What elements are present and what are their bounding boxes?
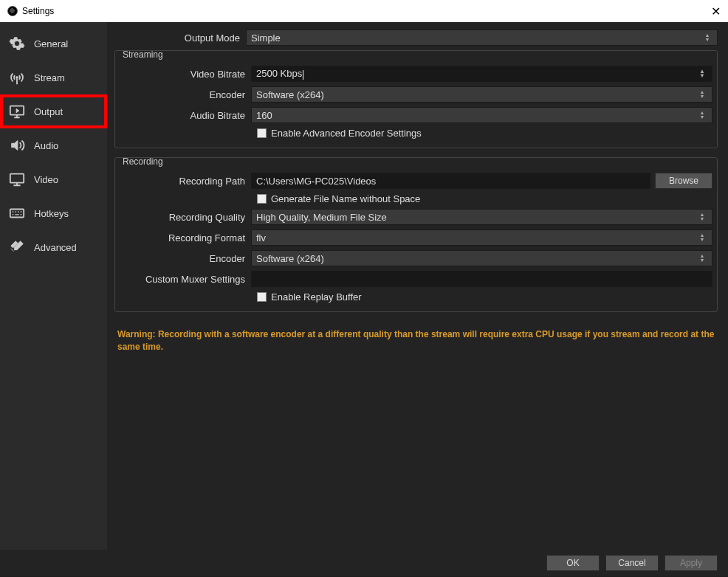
- chevron-updown-icon: ▲▼: [697, 233, 707, 242]
- chevron-updown-icon: ▲▼: [697, 213, 707, 221]
- audio-bitrate-select[interactable]: 160 ▲▼: [251, 107, 712, 123]
- recording-quality-label: Recording Quality: [120, 212, 251, 223]
- svg-rect-3: [10, 210, 24, 218]
- gen-filename-checkbox[interactable]: [257, 194, 267, 204]
- video-bitrate-input[interactable]: 2500 Kbps ▲▼: [251, 66, 712, 82]
- streaming-encoder-select[interactable]: Software (x264) ▲▼: [251, 86, 712, 103]
- recording-format-label: Recording Format: [120, 232, 251, 243]
- gear-icon: [7, 35, 27, 52]
- ok-button[interactable]: OK: [546, 555, 600, 571]
- streaming-legend: Streaming: [120, 49, 166, 60]
- window-title: Settings: [22, 6, 54, 16]
- sidebar-item-stream[interactable]: Stream: [0, 61, 107, 94]
- output-mode-label: Output Mode: [114, 32, 246, 44]
- recording-format-select[interactable]: flv ▲▼: [251, 229, 712, 246]
- sidebar-item-label: Audio: [34, 140, 58, 151]
- chevron-updown-icon: ▲▼: [697, 254, 707, 263]
- recording-encoder-select[interactable]: Software (x264) ▲▼: [251, 250, 712, 266]
- antenna-icon: [7, 69, 27, 86]
- custom-muxer-input[interactable]: [251, 271, 712, 287]
- main-panel: Output Mode Simple ▲▼ Streaming Video Bi…: [107, 22, 728, 550]
- advanced-encoder-label: Enable Advanced Encoder Settings: [271, 128, 422, 139]
- output-mode-select[interactable]: Simple ▲▼: [246, 30, 718, 46]
- sidebar-item-advanced[interactable]: Advanced: [0, 230, 107, 264]
- svg-point-0: [16, 77, 18, 79]
- sidebar: General Stream Output Audio Video: [0, 22, 107, 550]
- advanced-encoder-checkbox[interactable]: [257, 128, 267, 138]
- replay-buffer-label: Enable Replay Buffer: [271, 291, 362, 303]
- custom-muxer-label: Custom Muxer Settings: [120, 274, 251, 285]
- cancel-button[interactable]: Cancel: [605, 555, 659, 571]
- sidebar-item-output[interactable]: Output: [0, 94, 107, 128]
- spinner-icon[interactable]: ▲▼: [697, 69, 707, 78]
- recording-path-input[interactable]: C:\Users\MG-PC025\Videos: [251, 173, 650, 189]
- sidebar-item-video[interactable]: Video: [0, 162, 107, 196]
- keyboard-icon: [7, 205, 27, 221]
- chevron-updown-icon: ▲▼: [697, 90, 707, 99]
- chevron-updown-icon: ▲▼: [697, 111, 707, 120]
- titlebar: Settings ✕: [0, 0, 728, 22]
- sidebar-item-label: Output: [34, 106, 63, 117]
- speaker-icon: [7, 137, 27, 153]
- apply-button[interactable]: Apply: [665, 555, 718, 571]
- sidebar-item-label: Advanced: [34, 242, 77, 253]
- footer: OK Cancel Apply: [0, 550, 728, 576]
- audio-bitrate-label: Audio Bitrate: [120, 110, 251, 121]
- recording-legend: Recording: [120, 156, 166, 167]
- streaming-group: Streaming Video Bitrate 2500 Kbps ▲▼ Enc…: [114, 50, 718, 148]
- sidebar-item-label: General: [34, 38, 68, 49]
- sidebar-item-hotkeys[interactable]: Hotkeys: [0, 196, 107, 230]
- monitor-icon: [7, 171, 27, 187]
- sidebar-item-audio[interactable]: Audio: [0, 128, 107, 162]
- sidebar-item-label: Stream: [34, 72, 65, 83]
- replay-buffer-checkbox[interactable]: [257, 292, 267, 302]
- gen-filename-label: Generate File Name without Space: [271, 193, 420, 204]
- chevron-updown-icon: ▲▼: [702, 33, 712, 42]
- tools-icon: [7, 239, 27, 255]
- sidebar-item-general[interactable]: General: [0, 27, 107, 61]
- recording-group: Recording Recording Path C:\Users\MG-PC0…: [114, 157, 718, 312]
- browse-button[interactable]: Browse: [655, 173, 712, 189]
- streaming-encoder-label: Encoder: [120, 89, 251, 100]
- output-icon: [7, 103, 27, 120]
- video-bitrate-label: Video Bitrate: [120, 69, 251, 80]
- svg-rect-2: [10, 174, 24, 183]
- obs-logo-icon: [7, 6, 18, 16]
- recording-quality-select[interactable]: High Quality, Medium File Size ▲▼: [251, 209, 712, 225]
- sidebar-item-label: Hotkeys: [34, 208, 69, 219]
- warning-text: Warning: Recording with a software encod…: [114, 321, 718, 353]
- recording-path-label: Recording Path: [120, 176, 251, 187]
- sidebar-item-label: Video: [34, 174, 58, 185]
- recording-encoder-label: Encoder: [120, 253, 251, 264]
- close-icon[interactable]: ✕: [711, 4, 721, 18]
